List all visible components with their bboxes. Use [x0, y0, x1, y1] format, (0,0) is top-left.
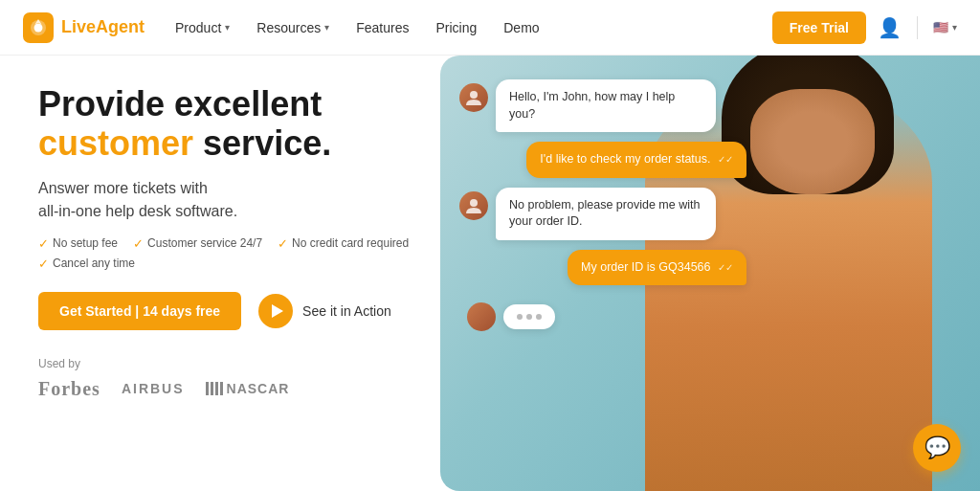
- chat-bubble-2: I'd like to check my order status. ✓✓: [526, 142, 746, 178]
- dot-2: [526, 314, 532, 320]
- logo-text: LiveAgent: [61, 17, 145, 37]
- checkmark-icon: ✓: [133, 236, 144, 251]
- checkmark-icon: ✓: [278, 236, 288, 251]
- chat-bubbles: Hello, I'm John, how may I help you? I'd…: [459, 79, 746, 331]
- checkmark-icon: ✓: [38, 257, 49, 271]
- chat-row-2: I'd like to check my order status. ✓✓: [479, 142, 746, 178]
- used-by-label: Used by: [38, 357, 417, 370]
- see-action-label: See it in Action: [302, 303, 391, 319]
- check-customer-service: ✓ Customer service 24/7: [133, 236, 262, 251]
- chat-bubble-4: My order ID is GQ34566 ✓✓: [568, 250, 746, 286]
- hero-left: Provide excellent customer service. Answ…: [0, 56, 440, 491]
- double-check-icon: ✓✓: [718, 154, 733, 165]
- live-chat-widget[interactable]: 💬: [913, 424, 961, 472]
- logo[interactable]: LiveAgent: [23, 12, 145, 43]
- nav-resources[interactable]: Resources ▾: [256, 20, 329, 35]
- see-action-button[interactable]: See it in Action: [258, 294, 391, 328]
- hero-subtitle: Answer more tickets with all-in-one help…: [38, 177, 417, 223]
- chat-bubble-1: Hello, I'm John, how may I help you?: [496, 79, 716, 132]
- nav-actions: Free Trial 👤 🇺🇸 ▾: [772, 11, 957, 44]
- typing-dots: [503, 304, 555, 329]
- chat-bubble-3: No problem, please provide me with your …: [496, 188, 716, 240]
- language-selector[interactable]: 🇺🇸 ▾: [933, 20, 957, 34]
- hero-checks: ✓ No setup fee ✓ Customer service 24/7 ✓…: [38, 236, 417, 271]
- svg-point-2: [34, 23, 43, 32]
- product-chevron-icon: ▾: [225, 22, 230, 33]
- chat-row-4: My order ID is GQ34566 ✓✓: [479, 250, 746, 286]
- check-no-credit-card: ✓ No credit card required: [278, 236, 409, 251]
- chat-widget-icon: 💬: [924, 435, 950, 460]
- nav-divider: [917, 16, 918, 39]
- hero-cta: Get Started | 14 days free See it in Act…: [38, 292, 417, 330]
- nascar-stripes-icon: [206, 382, 223, 395]
- chat-avatar-2: [459, 191, 488, 220]
- airbus-logo: AIRBUS: [122, 381, 185, 396]
- double-check-icon-2: ✓✓: [718, 262, 733, 273]
- typing-indicator: [459, 295, 746, 331]
- forbes-logo: Forbes: [38, 378, 100, 400]
- get-started-button[interactable]: Get Started | 14 days free: [38, 292, 241, 330]
- chat-row-1: Hello, I'm John, how may I help you?: [459, 79, 746, 132]
- play-icon[interactable]: [258, 294, 293, 328]
- nav-demo[interactable]: Demo: [503, 20, 539, 35]
- svg-point-4: [470, 199, 478, 207]
- chat-avatar-1: [459, 83, 488, 112]
- used-by-logos: Forbes AIRBUS NASCAR: [38, 378, 417, 400]
- resources-chevron-icon: ▾: [324, 22, 329, 33]
- nascar-logo: NASCAR: [206, 381, 290, 396]
- chat-row-3: No problem, please provide me with your …: [459, 188, 746, 240]
- checkmark-icon: ✓: [38, 236, 49, 251]
- nav-links: Product ▾ Resources ▾ Features Pricing D…: [175, 20, 772, 35]
- language-chevron-icon: ▾: [952, 22, 957, 33]
- nav-product[interactable]: Product ▾: [175, 20, 230, 35]
- typing-avatar: [467, 302, 496, 331]
- nav-features[interactable]: Features: [356, 20, 409, 35]
- used-by: Used by Forbes AIRBUS NASCAR: [38, 357, 417, 400]
- hero-title: Provide excellent customer service.: [38, 84, 417, 164]
- free-trial-button[interactable]: Free Trial: [772, 11, 866, 44]
- flag-icon: 🇺🇸: [933, 20, 948, 34]
- svg-point-3: [470, 91, 478, 99]
- hero-title-highlight: customer: [38, 123, 193, 163]
- nav-pricing[interactable]: Pricing: [435, 20, 477, 35]
- dot-3: [536, 314, 542, 320]
- check-cancel-anytime: ✓ Cancel any time: [38, 257, 135, 271]
- dot-1: [517, 314, 523, 320]
- hero-right: Hello, I'm John, how may I help you? I'd…: [440, 56, 980, 491]
- hero-section: Provide excellent customer service. Answ…: [0, 56, 980, 491]
- check-no-setup: ✓ No setup fee: [38, 236, 118, 251]
- navbar: LiveAgent Product ▾ Resources ▾ Features…: [0, 0, 980, 56]
- user-account-icon[interactable]: 👤: [878, 16, 902, 39]
